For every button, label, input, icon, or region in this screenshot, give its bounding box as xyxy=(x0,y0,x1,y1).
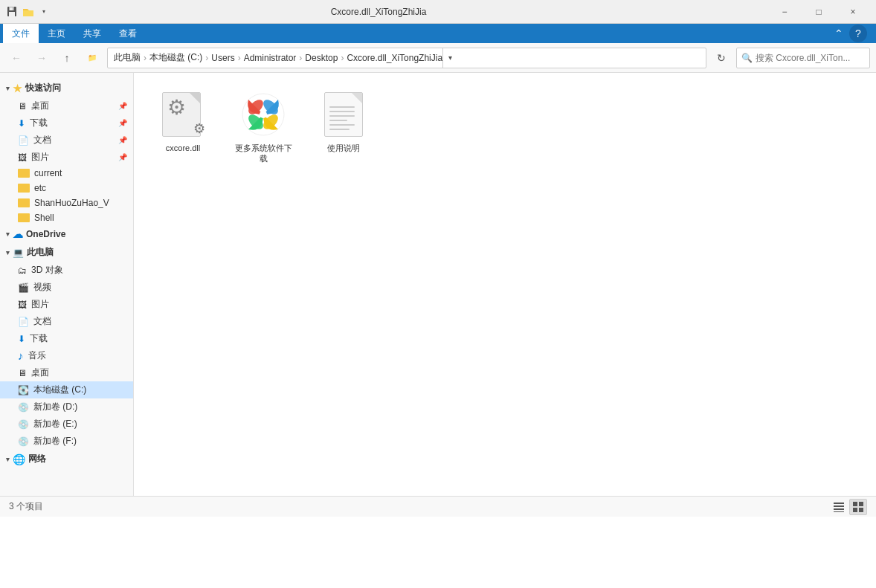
sidebar-item-download-label: 下载 xyxy=(30,117,48,129)
network-chevron: ▾ xyxy=(6,456,10,463)
docs-icon: 📄 xyxy=(18,135,29,146)
svg-rect-14 xyxy=(853,502,857,506)
dll-file-icon: ⚙ ⚙ xyxy=(159,91,207,138)
large-icons-view-button[interactable] xyxy=(849,499,867,515)
address-path[interactable]: 此电脑 › 本地磁盘 (C:) › Users › Administrator … xyxy=(107,48,706,68)
status-bar: 3 个项目 xyxy=(0,496,876,517)
sidebar-item-desktop2-label: 桌面 xyxy=(31,366,49,379)
menu-view[interactable]: 查看 xyxy=(110,24,146,43)
sidebar: ▾ ★ 快速访问 🖥 桌面 📌 ⬇ 下载 📌 📄 文档 📌 🖼 图片 📌 cur… xyxy=(0,73,134,496)
sidebar-item-current-label: current xyxy=(34,168,62,178)
pin-icon-docs: 📌 xyxy=(118,136,127,144)
sidebar-item-music[interactable]: ♪ 音乐 xyxy=(0,347,133,364)
maximize-button[interactable]: □ xyxy=(802,0,836,24)
sidebar-item-pics2[interactable]: 🖼 图片 xyxy=(0,296,133,313)
drive-f-icon: 💿 xyxy=(18,436,29,447)
file-item-txt[interactable]: 使用说明 xyxy=(306,85,381,170)
up-button[interactable]: ↑ xyxy=(57,48,77,68)
sidebar-item-shanhuo-label: ShanHuoZuHao_V xyxy=(34,198,109,208)
sidebar-item-download[interactable]: ⬇ 下载 📌 xyxy=(0,114,133,132)
network-header[interactable]: ▾ 🌐 网络 xyxy=(0,450,133,468)
download2-icon: ⬇ xyxy=(18,334,25,344)
ribbon-collapse-btn[interactable]: ⌃ xyxy=(834,28,843,39)
path-c: 本地磁盘 (C:) xyxy=(149,51,202,64)
sidebar-item-shanhuo[interactable]: ShanHuoZuHao_V xyxy=(0,196,133,210)
onedrive-label: OneDrive xyxy=(26,229,65,239)
view-buttons xyxy=(830,499,867,515)
search-input[interactable] xyxy=(756,53,867,63)
sidebar-item-drive-c-label: 本地磁盘 (C:) xyxy=(33,384,86,396)
search-box[interactable]: 🔍 xyxy=(736,48,870,68)
file-grid: ⚙ ⚙ cxcore.dll xyxy=(146,85,864,170)
svg-rect-13 xyxy=(834,511,844,512)
sidebar-item-etc-label: etc xyxy=(34,183,46,193)
txt-file-name: 使用说明 xyxy=(327,143,360,153)
sidebar-item-pics[interactable]: 🖼 图片 📌 xyxy=(0,149,133,166)
sidebar-item-docs2[interactable]: 📄 文档 xyxy=(0,313,133,330)
thispc-icon: 💻 xyxy=(13,248,24,258)
thispc-header[interactable]: ▾ 💻 此电脑 xyxy=(0,243,133,262)
music-icon: ♪ xyxy=(18,349,24,362)
onedrive-chevron: ▾ xyxy=(6,230,10,238)
sidebar-item-etc[interactable]: etc xyxy=(0,181,133,196)
sidebar-item-shell[interactable]: Shell xyxy=(0,210,133,225)
details-view-button[interactable] xyxy=(830,499,848,515)
close-button[interactable]: × xyxy=(836,0,870,24)
refresh-button[interactable]: ↻ xyxy=(711,48,732,68)
onedrive-icon: ☁ xyxy=(13,228,23,240)
svg-rect-15 xyxy=(859,502,863,506)
file-item-dll[interactable]: ⚙ ⚙ cxcore.dll xyxy=(146,85,220,170)
sidebar-item-desktop[interactable]: 🖥 桌面 📌 xyxy=(0,97,133,114)
pics-icon: 🖼 xyxy=(18,152,27,163)
folder-shell-icon xyxy=(18,213,30,222)
sidebar-item-3d[interactable]: 🗂 3D 对象 xyxy=(0,262,133,279)
menu-home[interactable]: 主页 xyxy=(39,24,74,43)
svg-rect-10 xyxy=(834,503,844,504)
sidebar-item-drive-e[interactable]: 💿 新加卷 (E:) xyxy=(0,416,133,433)
sidebar-item-docs[interactable]: 📄 文档 📌 xyxy=(0,132,133,149)
thispc-label: 此电脑 xyxy=(27,246,54,259)
sidebar-item-current[interactable]: current xyxy=(0,166,133,181)
sidebar-item-3d-label: 3D 对象 xyxy=(31,264,63,277)
sidebar-item-shell-label: Shell xyxy=(34,213,54,223)
address-dropdown-btn[interactable]: ▾ xyxy=(442,48,457,68)
svg-rect-12 xyxy=(834,508,844,510)
sidebar-item-drive-e-label: 新加卷 (E:) xyxy=(33,418,77,430)
minimize-button[interactable]: − xyxy=(767,0,802,24)
window-title: Cxcore.dll_XiTongZhiJia xyxy=(0,7,767,17)
colorful-file-name: 更多系统软件下载 xyxy=(232,143,294,164)
file-item-colorful[interactable]: 更多系统软件下载 xyxy=(226,85,300,170)
quick-access-chevron: ▾ xyxy=(6,85,10,92)
sidebar-item-download2[interactable]: ⬇ 下载 xyxy=(0,330,133,347)
network-label: 网络 xyxy=(28,453,46,465)
quick-access-header[interactable]: ▾ ★ 快速访问 xyxy=(0,79,133,97)
sidebar-item-drive-f[interactable]: 💿 新加卷 (F:) xyxy=(0,433,133,450)
desktop2-icon: 🖥 xyxy=(18,368,27,378)
address-bar: ← → ↑ 📁 此电脑 › 本地磁盘 (C:) › Users › Admini… xyxy=(0,43,876,73)
path-admin: Administrator xyxy=(244,53,297,63)
svg-rect-17 xyxy=(859,508,863,512)
sidebar-item-desktop2[interactable]: 🖥 桌面 xyxy=(0,364,133,381)
folder-current-icon xyxy=(18,169,30,178)
sidebar-item-docs2-label: 文档 xyxy=(33,315,51,328)
desktop-icon: 🖥 xyxy=(18,101,27,112)
window-controls: − □ × xyxy=(767,0,870,24)
svg-rect-11 xyxy=(834,505,844,507)
sidebar-item-download2-label: 下载 xyxy=(30,332,48,345)
onedrive-header[interactable]: ▾ ☁ OneDrive xyxy=(0,225,133,243)
forward-button[interactable]: → xyxy=(31,48,52,68)
path-folder: Cxcore.dll_XiTongZhiJia xyxy=(347,53,442,63)
help-button[interactable]: ? xyxy=(849,25,867,42)
sidebar-item-video[interactable]: 🎬 视频 xyxy=(0,279,133,296)
pin-icon-dl: 📌 xyxy=(118,119,127,127)
recent-locations-button[interactable]: 📁 xyxy=(82,48,103,68)
menu-share[interactable]: 共享 xyxy=(74,24,110,43)
network-icon: 🌐 xyxy=(13,453,25,465)
drive-d-icon: 💿 xyxy=(18,402,29,413)
path-desktop: Desktop xyxy=(305,53,338,63)
sidebar-item-drive-c[interactable]: 💽 本地磁盘 (C:) xyxy=(0,381,133,398)
menu-file[interactable]: 文件 xyxy=(3,24,39,43)
3d-icon: 🗂 xyxy=(18,265,27,276)
sidebar-item-drive-d[interactable]: 💿 新加卷 (D:) xyxy=(0,398,133,416)
back-button[interactable]: ← xyxy=(6,48,27,68)
